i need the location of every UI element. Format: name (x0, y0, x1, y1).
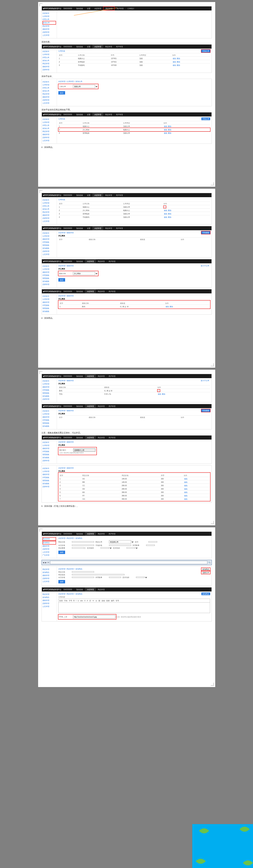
row-ops-add[interactable]: ＋ (158, 390, 160, 392)
sidebar-item-add-cat[interactable]: 添加分类 (43, 21, 56, 25)
sidebar-item[interactable]: 商品管理 (43, 25, 56, 28)
sidebar-item[interactable]: 规格管理 (43, 96, 56, 99)
save-button[interactable]: 保存 (58, 551, 65, 554)
goods-cat-select[interactable]: 请选择分类 (109, 540, 131, 544)
sidebar-item[interactable]: 分类管理 (43, 15, 56, 18)
add-goods-button[interactable]: 添加商品 (201, 568, 210, 571)
nav-tab[interactable]: 内容管理 (92, 6, 103, 10)
html-upload-input[interactable]: http://xxx/xxx/xxx/xx/xxxx/1.jpg (73, 615, 115, 619)
nav-tab[interactable]: 内容管理 (92, 45, 103, 49)
add-cat-button[interactable]: 增加分类 (201, 117, 210, 120)
display-all-link[interactable]: 显示子分类 (200, 379, 210, 382)
sidebar-item[interactable]: 品牌管理 (43, 136, 56, 139)
tb-btn-image[interactable]: 图 (99, 600, 100, 602)
sidebar-item[interactable]: 所有分类 (43, 124, 56, 127)
row-ops[interactable]: 修改删除 (164, 125, 172, 127)
sidebar-goods-mgmt[interactable]: 商品管理 (43, 537, 56, 541)
sidebar-item[interactable]: 商品管理 (43, 62, 56, 65)
sidebar-item[interactable]: 品牌管理 (43, 31, 56, 34)
nav-tab[interactable]: 用户管理 (114, 112, 125, 116)
sidebar-item[interactable]: 规格管理 (43, 133, 56, 136)
sidebar-item[interactable]: 公告管理 (43, 139, 56, 142)
spec-name-input[interactable]: 开心果体 (73, 272, 95, 275)
submit-button[interactable]: 提交 (58, 91, 65, 95)
add-spec-button[interactable]: 增加规格 (201, 231, 210, 234)
add-goods-button[interactable]: 添加商品 (201, 593, 210, 595)
goods-sort-input[interactable] (148, 541, 157, 543)
reload-icon[interactable]: ⟳ (48, 561, 49, 563)
nav-tab[interactable]: 商品管理 (103, 45, 114, 49)
tb-btn[interactable]: 字号 (69, 600, 72, 602)
sidebar-item[interactable]: 所有分类 (43, 56, 56, 59)
nav-tab[interactable]: 内容管理 (92, 112, 103, 116)
tb-btn[interactable]: 编号 (111, 600, 114, 602)
sidebar-item[interactable]: 内容发布 (43, 80, 56, 83)
sidebar-item[interactable]: 内容发布 (43, 118, 56, 121)
row-ops[interactable]: 修改删除 (172, 57, 180, 59)
sidebar-item[interactable]: 公告管理 (43, 34, 56, 37)
goods-weight-input[interactable] (72, 547, 84, 549)
search-icon[interactable]: 🔍 (208, 561, 210, 563)
goods-price-input[interactable] (72, 545, 94, 546)
add-cat-button[interactable]: 增加分类 (201, 50, 210, 52)
tb-btn[interactable]: A (84, 600, 85, 602)
sidebar-item[interactable]: 分类管理 (43, 83, 56, 86)
nav-tab[interactable]: 我的面板 (74, 6, 85, 10)
tb-btn[interactable]: 左 (89, 600, 91, 602)
sidebar-item[interactable]: 所有分类 (43, 86, 56, 89)
tb-btn-italic[interactable]: I (76, 600, 76, 602)
sidebar-item[interactable]: 规格管理 (43, 65, 56, 68)
sidebar-item[interactable]: 添加分类 (43, 127, 56, 130)
tb-btn[interactable]: 字体 (64, 600, 67, 602)
sidebar-item[interactable]: 内容发布 (43, 12, 56, 15)
nav-tab[interactable]: 我的面板 (74, 112, 85, 116)
tb-btn-link[interactable]: 链接 (106, 600, 110, 602)
tb-btn-underline[interactable]: U (78, 600, 79, 602)
sidebar-item[interactable]: 规格管理 (43, 28, 56, 31)
nav-tab[interactable]: 设置 (85, 6, 92, 10)
save-button[interactable]: 保存 (58, 580, 65, 583)
sidebar-item[interactable]: 添加分类 (43, 89, 56, 93)
tb-btn-bold[interactable]: B (74, 600, 75, 602)
nav-tab[interactable]: 设置 (85, 112, 92, 116)
goods-rec-select[interactable] (101, 547, 109, 549)
row-ops-addchild[interactable]: ＋ (164, 206, 166, 208)
sidebar-item[interactable]: 内容发布 (43, 50, 56, 53)
select-file-button[interactable]: 选择文件 (201, 571, 210, 574)
row-ops[interactable]: 修改删除 (172, 61, 180, 63)
tb-btn[interactable]: A (87, 600, 88, 602)
nav-tab[interactable]: 设置 (85, 45, 92, 49)
sidebar-item[interactable]: 商品管理 (43, 93, 56, 96)
sidebar-item[interactable]: 分类管理 (43, 53, 56, 56)
submit-button[interactable]: 提交 (58, 278, 65, 282)
sidebar-item[interactable]: 品牌管理 (43, 99, 56, 102)
goods-hot-select[interactable] (126, 547, 135, 549)
row-ops[interactable]: 修改删除 (172, 64, 180, 66)
sidebar-item[interactable]: 品牌管理 (43, 68, 56, 71)
tb-btn-table[interactable]: 表格 (102, 600, 105, 602)
select-file-button[interactable]: 选择图片上传 (73, 448, 95, 452)
parent-cat-select[interactable]: 顶级分类 (73, 85, 95, 88)
forward-icon[interactable]: ▶ (45, 561, 47, 563)
goods-name-input[interactable] (72, 541, 94, 543)
add-spec-button[interactable]: 增加规格 (201, 409, 210, 412)
tb-btn[interactable]: 段落 (59, 600, 63, 602)
sidebar-item[interactable]: 所有分类 (43, 18, 56, 21)
sidebar-item[interactable]: 商品管理 (43, 130, 56, 133)
sidebar-item[interactable]: 分类管理 (43, 121, 56, 124)
nav-tab[interactable]: 订单统计 (125, 6, 136, 10)
tb-btn[interactable]: 符号 (116, 600, 119, 602)
sidebar-add-goods[interactable]: 添加商品 (43, 541, 56, 545)
nav-tab[interactable]: 我的面板 (74, 45, 85, 49)
row-ops[interactable]: 修改删除 (164, 132, 172, 134)
back-icon[interactable]: ◀ (43, 561, 44, 563)
row-ops[interactable]: 修改删除 (164, 129, 172, 131)
nav-tab[interactable]: 用户管理 (115, 6, 125, 10)
sidebar-item[interactable]: 公告管理 (43, 102, 56, 105)
sidebar-item[interactable]: 添加分类 (43, 59, 56, 62)
tb-btn[interactable]: 右 (95, 600, 97, 602)
tb-btn[interactable]: abc (80, 600, 83, 602)
goods-market-input[interactable] (109, 545, 131, 546)
tb-btn[interactable]: 中 (92, 600, 94, 602)
display-all-link[interactable]: 显示子分类 (200, 264, 210, 267)
